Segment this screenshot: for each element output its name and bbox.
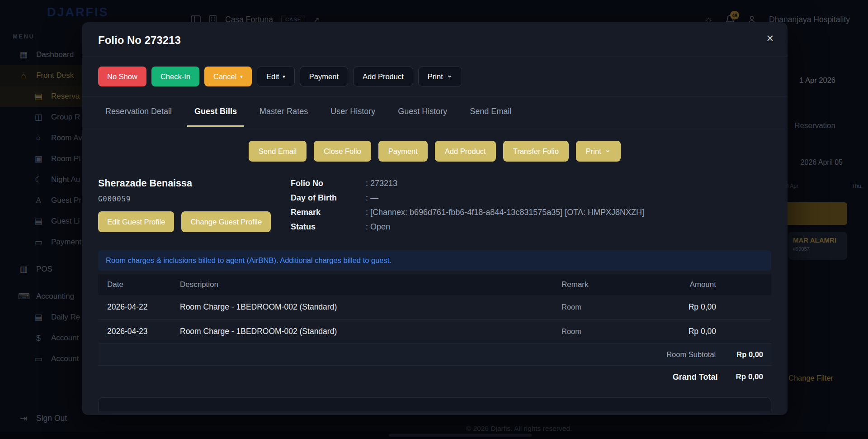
cancel-dropdown-button[interactable]: Cancel▾ [204,67,252,86]
guest-code: G000059 [98,195,282,203]
check-in-button[interactable]: Check-In [151,67,199,86]
table-row[interactable]: 2026-04-23 Room Charge - 1BEDROOM-002 (S… [98,320,771,344]
grand-total-value: Rp 0,00 [736,372,763,382]
tab-reservation-detail[interactable]: Reservation Detail [98,96,179,127]
room-subtotal-label: Room Subtotal [666,350,716,359]
caret-down-icon: ▾ [283,74,285,80]
room-subtotal-value: Rp 0,00 [736,350,763,359]
modal-title: Folio No 273213 [98,34,771,47]
guest-name: Sherazade Benaissa [98,178,282,189]
guest-bills-table: Date Description Remark Amount 2026-04-2… [98,274,771,388]
column-header-amount: Amount [645,280,771,289]
info-label-folio-no: Folio No [291,179,366,188]
send-email-button[interactable]: Send Email [249,141,307,162]
next-section-panel [98,397,771,411]
transfer-folio-button[interactable]: Transfer Folio [503,141,569,162]
add-product-button[interactable]: Add Product [353,67,413,86]
info-value-status: : Open [366,222,390,232]
close-icon[interactable]: ✕ [766,33,774,44]
modal-header: Folio No 273213 ✕ [82,22,788,57]
modal-content: Send Email Close Folio Payment Add Produ… [82,127,788,415]
tab-user-history[interactable]: User History [323,96,382,127]
info-value-folio-no: : 273213 [366,179,397,188]
change-guest-profile-button[interactable]: Change Guest Profile [181,211,271,232]
grand-total-row: Grand Total Rp 0,00 [98,366,771,388]
cell-amount: Rp 0,00 [645,327,771,336]
cell-remark: Room [554,327,645,336]
info-label-day-of-birth: Day of Birth [291,193,366,203]
no-show-button[interactable]: No Show [98,67,146,86]
info-label-remark: Remark [291,208,366,217]
tab-guest-bills[interactable]: Guest Bills [187,96,244,127]
edit-guest-profile-button[interactable]: Edit Guest Profile [98,211,174,232]
cell-remark: Room [554,303,645,311]
info-label-status: Status [291,222,366,232]
cell-description: Room Charge - 1BEDROOM-002 (Standard) [173,302,554,312]
info-value-remark: : [Channex: b696d761-fbb6-4f18-a844-13c8… [366,208,644,217]
modal-action-bar: No Show Check-In Cancel▾ Edit▾ Payment A… [82,57,788,96]
column-header-description: Description [173,280,554,289]
grand-total-label: Grand Total [673,372,718,382]
cell-description: Room Charge - 1BEDROOM-002 (Standard) [173,327,554,336]
modal-tabs: Reservation Detail Guest Bills Master Ra… [82,96,788,127]
folio-payment-button[interactable]: Payment [378,141,428,162]
caret-down-icon: ▾ [240,74,243,80]
payment-button[interactable]: Payment [300,67,348,86]
cell-date: 2026-04-23 [98,327,173,336]
cell-date: 2026-04-22 [98,302,173,312]
folio-info: Folio No : 273213 Day of Birth : — Remar… [291,178,771,237]
close-folio-button[interactable]: Close Folio [314,141,371,162]
folio-action-bar: Send Email Close Folio Payment Add Produ… [98,141,771,162]
tab-master-rates[interactable]: Master Rates [252,96,315,127]
info-value-day-of-birth: : — [366,193,378,203]
folio-add-product-button[interactable]: Add Product [435,141,496,162]
table-header: Date Description Remark Amount [98,274,771,295]
column-header-date: Date [98,280,173,289]
edit-dropdown-button[interactable]: Edit▾ [257,67,295,86]
room-subtotal-row: Room Subtotal Rp 0,00 [98,344,771,366]
column-header-remark: Remark [554,280,645,289]
tab-send-email[interactable]: Send Email [462,96,519,127]
folio-print-dropdown-button[interactable]: Print⌄ [576,141,621,162]
cell-amount: Rp 0,00 [645,302,771,312]
print-dropdown-button[interactable]: Print⌄ [418,67,462,86]
table-row[interactable]: 2026-04-22 Room Charge - 1BEDROOM-002 (S… [98,295,771,320]
tab-guest-history[interactable]: Guest History [391,96,454,127]
folio-modal: Folio No 273213 ✕ No Show Check-In Cance… [82,22,788,415]
billing-notice: Room charges & inclusions billed to agen… [98,250,771,271]
guest-section: Sherazade Benaissa G000059 Edit Guest Pr… [98,178,771,237]
